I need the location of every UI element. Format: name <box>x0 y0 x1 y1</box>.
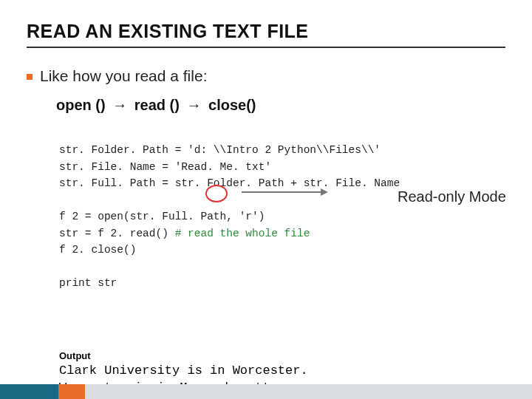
annotation-arrow-icon <box>242 191 327 193</box>
code-blank <box>59 261 66 273</box>
code-line: str. Full. Path = str. Folder. Path + st… <box>59 177 400 189</box>
footer-segment-grey <box>85 384 532 399</box>
code-text: ) <box>259 211 265 222</box>
code-comment: # read the whole file <box>175 228 310 239</box>
square-bullet-icon <box>27 74 33 80</box>
code-blank <box>59 194 66 206</box>
page-title: READ AN EXISTING TEXT FILE <box>27 21 505 48</box>
output-heading: Output <box>59 350 505 361</box>
code-line: str. File. Name = 'Read. Me. txt' <box>59 161 271 173</box>
flow-step-open: open () <box>56 97 106 113</box>
bullet-item: Like how you read a file: <box>27 67 505 85</box>
code-line: print str <box>59 277 117 289</box>
arrow-right-icon: → <box>183 97 204 113</box>
annotation-label: Read-only Mode <box>398 188 506 205</box>
flow-step-close: close() <box>208 97 256 113</box>
code-text: str = f 2. read() <box>59 228 175 239</box>
code-text: f 2 = open(str. Full. Path, <box>59 211 239 222</box>
bullet-text: Like how you read a file: <box>40 67 207 85</box>
code-line: f 2. close() <box>59 244 136 256</box>
code-line: str. Folder. Path = 'd: \\Intro 2 Python… <box>59 144 381 156</box>
footer-segment-orange <box>58 384 85 399</box>
code-line: f 2 = open(str. Full. Path, 'r') <box>59 211 265 222</box>
flow-sequence: open () → read () → close() <box>56 97 505 114</box>
output-line: Clark University is in Worcester. <box>59 364 308 378</box>
code-block: str. Folder. Path = 'd: \\Intro 2 Python… <box>59 126 505 341</box>
code-line: str = f 2. read() # read the whole file <box>59 228 310 239</box>
arrow-right-icon: → <box>109 97 130 113</box>
code-mode-arg: 'r' <box>239 211 259 222</box>
flow-step-read: read () <box>134 97 180 113</box>
slide: READ AN EXISTING TEXT FILE Like how you … <box>0 0 532 397</box>
footer-segment-teal <box>0 384 58 399</box>
footer-bar <box>0 384 532 399</box>
